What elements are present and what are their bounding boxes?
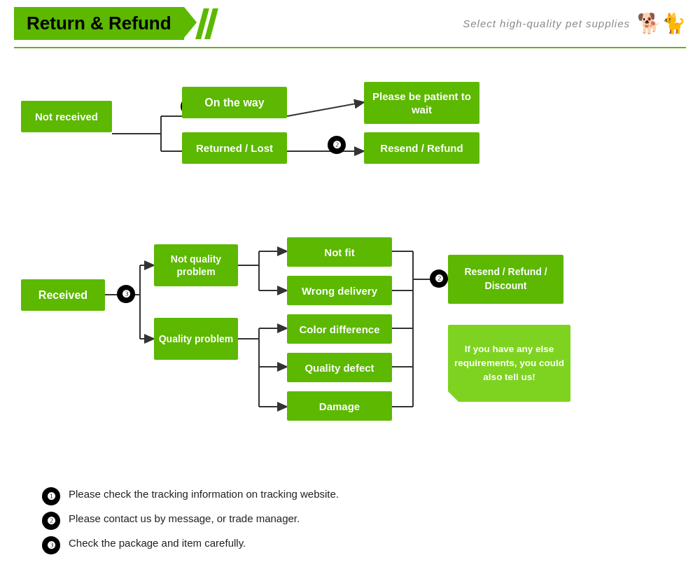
patient-box: Please be patient to wait: [364, 82, 479, 124]
received-box: Received: [21, 279, 105, 311]
legend-text-2: Please contact us by message, or trade m…: [69, 511, 300, 526]
tagline: Select high-quality pet supplies: [463, 18, 630, 29]
legend-item-1: ❶ Please check the tracking information …: [42, 486, 339, 505]
returned-lost-box: Returned / Lost: [182, 132, 287, 164]
legend: ❶ Please check the tracking information …: [42, 486, 339, 560]
pet-icons-icon: 🐕🐈: [637, 12, 686, 35]
not-received-box: Not received: [21, 101, 112, 132]
badge-2-bottom: ❷: [430, 270, 448, 288]
badge-2-top: ❷: [328, 136, 346, 154]
resend-bottom-box: Resend / Refund / Discount: [448, 255, 564, 304]
wrong-delivery-box: Wrong delivery: [287, 276, 392, 305]
header-right: Select high-quality pet supplies 🐕🐈: [463, 12, 686, 35]
title-decoration: [200, 8, 214, 39]
header: Return & Refund Select high-quality pet …: [0, 0, 700, 40]
page-title: Return & Refund: [27, 13, 172, 34]
legend-item-2: ❷ Please contact us by message, or trade…: [42, 511, 339, 530]
not-fit-box: Not fit: [287, 237, 392, 267]
svg-line-4: [287, 102, 364, 116]
legend-text-3: Check the package and item carefully.: [69, 536, 246, 550]
quality-box: Quality problem: [154, 318, 238, 360]
damage-box: Damage: [287, 391, 392, 421]
not-quality-box: Not quality problem: [154, 244, 238, 286]
diagram: Not received ❶ On the way Returned / Los…: [0, 48, 700, 482]
color-difference-box: Color difference: [287, 314, 392, 344]
requirements-box: If you have any else requirements, you c…: [448, 325, 570, 402]
legend-badge-1: ❶: [42, 487, 60, 505]
resend-top-box: Resend / Refund: [364, 132, 479, 164]
legend-badge-3: ❸: [42, 536, 60, 554]
on-the-way-box: On the way: [182, 87, 287, 118]
title-box: Return & Refund: [14, 7, 184, 40]
legend-text-1: Please check the tracking information on…: [69, 486, 339, 501]
legend-item-3: ❸ Check the package and item carefully.: [42, 536, 339, 554]
quality-defect-box: Quality defect: [287, 353, 392, 382]
legend-badge-2: ❷: [42, 512, 60, 530]
badge-3: ❸: [117, 285, 135, 303]
